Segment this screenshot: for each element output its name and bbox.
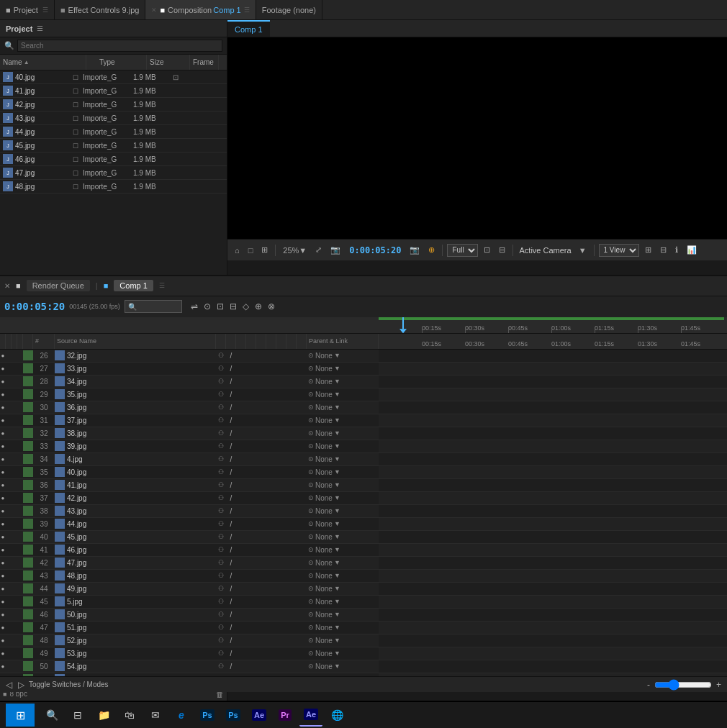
layer-row[interactable]: ● 33 39.jpg ⚇ / ⊙ None ▼ [0, 440, 379, 453]
zoom-slider[interactable] [654, 679, 712, 691]
col-size-header[interactable]: Size [147, 55, 190, 70]
switch-pencil[interactable]: / [226, 352, 236, 360]
view-graph-btn[interactable]: 📊 [684, 244, 700, 256]
file-row[interactable]: J 42.jpg ☐ Importe_G 1.9 MB [0, 98, 227, 112]
eye-icon[interactable]: ● [0, 624, 6, 631]
col-type-header[interactable]: Type [96, 55, 147, 70]
region-interest-btn[interactable]: ⊟ [496, 244, 508, 256]
switch-pencil[interactable]: / [226, 572, 236, 580]
eye-icon[interactable]: ● [0, 547, 6, 553]
quality-select[interactable]: Full [447, 244, 478, 257]
color-picker-btn[interactable]: ⊕ [425, 244, 438, 256]
layer-row[interactable]: ● 34 4.jpg ⚇ / ⊙ None ▼ [0, 453, 379, 466]
timeline-tool-6[interactable]: ⊕ [253, 300, 263, 313]
switch-person[interactable]: ⚇ [216, 481, 226, 488]
switch-person[interactable]: ⚇ [216, 559, 226, 566]
eye-icon[interactable]: ● [0, 352, 6, 359]
eye-icon[interactable]: ● [0, 443, 6, 450]
switch-person[interactable]: ⚇ [216, 533, 226, 540]
layer-row[interactable]: ● 30 36.jpg ⚇ / ⊙ None ▼ [0, 401, 379, 414]
layer-row[interactable]: ● 36 41.jpg ⚇ / ⊙ None ▼ [0, 479, 379, 492]
switch-pencil[interactable]: / [226, 663, 236, 670]
snapshot-btn[interactable]: 📷 [328, 244, 343, 256]
view-layout-btn[interactable]: ⊞ [642, 244, 654, 256]
zoom-out-btn[interactable]: - [646, 678, 651, 691]
eye-icon[interactable]: ● [0, 599, 6, 605]
photoshop-btn[interactable]: Ps [222, 704, 245, 727]
file-row[interactable]: J 46.jpg ☐ Importe_G 1.9 MB [0, 153, 227, 166]
playhead-marker[interactable] [399, 317, 407, 333]
eye-icon[interactable]: ● [0, 611, 6, 618]
after-effects-btn[interactable]: Ae [248, 704, 271, 727]
eye-icon[interactable]: ● [0, 430, 6, 437]
layer-row[interactable]: ● 49 53.jpg ⚇ / ⊙ None ▼ [0, 647, 379, 660]
switch-pencil[interactable]: / [226, 585, 236, 593]
eye-icon[interactable]: ● [0, 637, 6, 644]
eye-icon[interactable]: ● [0, 482, 6, 488]
switch-person[interactable]: ⚇ [216, 546, 226, 553]
layer-row[interactable]: ● 32 38.jpg ⚇ / ⊙ None ▼ [0, 427, 379, 440]
switch-pencil[interactable]: / [226, 624, 236, 632]
eye-icon[interactable]: ● [0, 469, 6, 476]
eye-icon[interactable]: ● [0, 534, 6, 540]
render-queue-close[interactable]: ✕ [4, 282, 10, 290]
switch-person[interactable]: ⚇ [216, 611, 226, 618]
col-frame-header[interactable]: Frame [190, 55, 219, 70]
premiere-btn[interactable]: Pr [274, 704, 297, 727]
switch-pencil[interactable]: / [226, 481, 236, 489]
layer-row[interactable]: ● 39 44.jpg ⚇ / ⊙ None ▼ [0, 518, 379, 531]
switch-person[interactable]: ⚇ [216, 352, 226, 359]
after-effects-2-btn[interactable]: Ae [299, 704, 322, 727]
switch-pencil[interactable]: / [226, 494, 236, 502]
switch-pencil[interactable]: / [226, 468, 236, 476]
timecode-bar[interactable]: 00:15s00:30s00:45s01:00s01:15s01:30s01:4… [0, 318, 727, 334]
file-row[interactable]: J 41.jpg ☐ Importe_G 1.9 MB [0, 84, 227, 98]
time-display[interactable]: 0:00:05:20 [4, 301, 65, 312]
view-select[interactable]: 1 View [599, 244, 639, 257]
switch-pencil[interactable]: / [226, 365, 236, 373]
windows-start-button[interactable]: ⊞ [6, 704, 35, 727]
eye-icon[interactable]: ● [0, 508, 6, 514]
layer-row[interactable]: ● 26 32.jpg ⚇ / ⊙ None ▼ [0, 350, 379, 363]
switch-person[interactable]: ⚇ [216, 494, 226, 501]
layer-row[interactable]: ● 46 50.jpg ⚇ / ⊙ None ▼ [0, 609, 379, 622]
eye-icon[interactable]: ● [0, 560, 6, 566]
scroll-left-btn[interactable]: ◁ [4, 678, 14, 691]
tab-composition[interactable]: ✕ ■ Composition Comp 1 ☰ [145, 0, 256, 19]
layer-row[interactable]: ● 40 45.jpg ⚇ / ⊙ None ▼ [0, 531, 379, 544]
file-row[interactable]: J 48.jpg ☐ Importe_G 1.9 MB [0, 180, 227, 194]
switch-person[interactable]: ⚇ [216, 650, 226, 657]
panel-menu-icon[interactable]: ☰ [37, 24, 43, 32]
switch-person[interactable]: ⚇ [216, 637, 226, 644]
search-btn[interactable]: 🔍 [40, 704, 63, 727]
eye-icon[interactable]: ● [0, 365, 6, 372]
switch-pencil[interactable]: / [226, 442, 236, 450]
switch-pencil[interactable]: / [226, 650, 236, 658]
layer-row[interactable]: ● 37 42.jpg ⚇ / ⊙ None ▼ [0, 492, 379, 505]
tab-footage[interactable]: Footage (none) [256, 0, 322, 19]
chrome-btn[interactable]: 🌐 [325, 704, 348, 727]
switch-person[interactable]: ⚇ [216, 391, 226, 398]
view-info-btn[interactable]: ℹ [672, 244, 681, 256]
timeline-tool-2[interactable]: ⊙ [202, 300, 212, 313]
eye-icon[interactable]: ● [0, 404, 6, 411]
switch-person[interactable]: ⚇ [216, 468, 226, 476]
layer-row[interactable]: ● 35 40.jpg ⚇ / ⊙ None ▼ [0, 466, 379, 479]
layer-row[interactable]: ● 42 47.jpg ⚇ / ⊙ None ▼ [0, 557, 379, 570]
switch-person[interactable]: ⚇ [216, 365, 226, 372]
switch-pencil[interactable]: / [226, 404, 236, 411]
layer-row[interactable]: ● 47 51.jpg ⚇ / ⊙ None ▼ [0, 622, 379, 634]
switch-person[interactable]: ⚇ [216, 507, 226, 514]
file-row[interactable]: J 47.jpg ☐ Importe_G 1.9 MB [0, 166, 227, 180]
switch-pencil[interactable]: / [226, 598, 236, 606]
layer-row[interactable]: ● 29 35.jpg ⚇ / ⊙ None ▼ [0, 388, 379, 401]
switch-person[interactable]: ⚇ [216, 520, 226, 527]
switch-pencil[interactable]: / [226, 546, 236, 554]
switch-person[interactable]: ⚇ [216, 378, 226, 385]
eye-icon[interactable]: ● [0, 391, 6, 398]
switch-person[interactable]: ⚇ [216, 455, 226, 463]
store-btn[interactable]: 🛍 [118, 704, 141, 727]
timeline-tool-4[interactable]: ⊟ [228, 300, 238, 313]
switch-pencil[interactable]: / [226, 378, 236, 386]
switch-pencil[interactable]: / [226, 559, 236, 567]
